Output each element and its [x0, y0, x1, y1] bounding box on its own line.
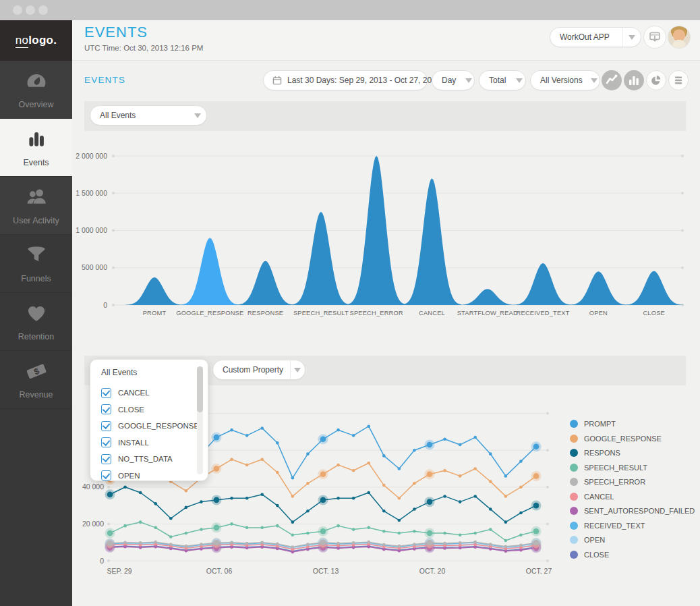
- data-point[interactable]: [398, 497, 401, 500]
- data-point[interactable]: [398, 467, 401, 470]
- data-point[interactable]: [214, 525, 220, 531]
- legend-item-close[interactable]: CLOSE: [570, 551, 695, 559]
- data-point[interactable]: [230, 541, 233, 544]
- event-curve-close[interactable]: [624, 271, 684, 305]
- data-point[interactable]: [276, 524, 279, 528]
- data-point[interactable]: [107, 541, 113, 547]
- data-point[interactable]: [320, 497, 326, 503]
- legend-item-open[interactable]: OPEN: [570, 536, 695, 544]
- checkbox-checked-icon[interactable]: [101, 388, 111, 398]
- data-point[interactable]: [154, 526, 157, 530]
- data-point[interactable]: [352, 497, 355, 500]
- data-point[interactable]: [214, 497, 220, 503]
- sidebar-item-events[interactable]: Events: [0, 119, 72, 177]
- legend-item-speech_error[interactable]: SPEECH_ERROR: [570, 478, 695, 486]
- data-point[interactable]: [443, 495, 446, 498]
- data-point[interactable]: [214, 466, 220, 472]
- data-point[interactable]: [123, 524, 127, 528]
- data-point[interactable]: [200, 500, 203, 503]
- data-point[interactable]: [260, 541, 264, 544]
- data-point[interactable]: [352, 528, 355, 531]
- pie-chart-view-button[interactable]: [646, 70, 666, 90]
- data-point[interactable]: [504, 520, 508, 524]
- checkbox-checked-icon[interactable]: [101, 470, 111, 480]
- data-point[interactable]: [139, 541, 142, 545]
- checkbox-checked-icon[interactable]: [101, 404, 111, 414]
- event-curve-received_text[interactable]: [513, 263, 573, 305]
- sidebar-item-user-activity[interactable]: User Activity: [0, 177, 72, 235]
- data-point[interactable]: [473, 541, 477, 544]
- data-point[interactable]: [459, 474, 462, 478]
- data-point[interactable]: [443, 469, 446, 472]
- data-point[interactable]: [413, 530, 416, 533]
- date-range-dropdown[interactable]: Last 30 Days: Sep 29, 2013 - Oct 27, 201…: [263, 70, 428, 90]
- data-point[interactable]: [185, 506, 188, 509]
- data-point[interactable]: [185, 489, 188, 493]
- data-point[interactable]: [382, 530, 386, 533]
- data-point[interactable]: [489, 507, 492, 511]
- data-point[interactable]: [398, 532, 401, 535]
- panel-scrollbar[interactable]: [197, 366, 203, 474]
- events-filter-dropdown[interactable]: All Events: [90, 105, 207, 126]
- data-point[interactable]: [413, 449, 416, 452]
- data-point[interactable]: [519, 543, 523, 547]
- sidebar-item-revenue[interactable]: $Revenue: [0, 351, 72, 409]
- data-point[interactable]: [352, 541, 355, 545]
- menu-view-button[interactable]: [668, 70, 689, 90]
- data-point[interactable]: [276, 504, 279, 507]
- data-point[interactable]: [427, 540, 433, 546]
- data-point[interactable]: [519, 512, 523, 515]
- data-point[interactable]: [367, 462, 370, 465]
- data-point[interactable]: [230, 497, 233, 500]
- data-point[interactable]: [230, 458, 233, 462]
- data-point[interactable]: [169, 543, 173, 546]
- data-point[interactable]: [367, 541, 370, 544]
- data-point[interactable]: [230, 522, 233, 526]
- data-point[interactable]: [214, 540, 220, 546]
- data-point[interactable]: [533, 473, 539, 479]
- event-option-close[interactable]: CLOSE: [101, 402, 198, 418]
- data-point[interactable]: [320, 528, 326, 534]
- window-control-dot[interactable]: [38, 5, 48, 15]
- data-point[interactable]: [459, 541, 462, 545]
- data-point[interactable]: [489, 452, 492, 456]
- bar-chart-view-button[interactable]: [624, 70, 644, 90]
- data-point[interactable]: [427, 499, 433, 505]
- data-point[interactable]: [107, 491, 113, 497]
- data-point[interactable]: [306, 509, 310, 513]
- data-point[interactable]: [337, 464, 340, 467]
- event-curve-cancel[interactable]: [403, 178, 462, 305]
- data-point[interactable]: [291, 520, 295, 524]
- data-point[interactable]: [306, 532, 310, 535]
- data-point[interactable]: [276, 441, 279, 445]
- checkbox-checked-icon[interactable]: [101, 421, 111, 431]
- data-point[interactable]: [185, 532, 188, 535]
- window-control-dot[interactable]: [26, 5, 35, 15]
- legend-item-cancel[interactable]: CANCEL: [570, 493, 695, 501]
- checkbox-checked-icon[interactable]: [101, 437, 111, 447]
- data-point[interactable]: [306, 482, 310, 485]
- sidebar-item-overview[interactable]: Overview: [0, 61, 72, 119]
- data-point[interactable]: [382, 509, 386, 513]
- legend-item-sent_autorespond_failed[interactable]: SENT_AUTORESPOND_FAILED: [570, 507, 695, 515]
- data-point[interactable]: [427, 442, 433, 448]
- data-point[interactable]: [427, 471, 433, 477]
- data-point[interactable]: [139, 520, 142, 524]
- data-point[interactable]: [200, 543, 203, 546]
- data-point[interactable]: [185, 545, 188, 548]
- data-point[interactable]: [230, 429, 233, 432]
- legend-item-received_text[interactable]: RECEIVED_TEXT: [570, 522, 695, 530]
- data-point[interactable]: [504, 545, 508, 548]
- data-point[interactable]: [154, 541, 157, 544]
- data-point[interactable]: [382, 454, 386, 458]
- export-button[interactable]: [643, 26, 666, 49]
- data-point[interactable]: [245, 497, 249, 500]
- window-control-dot[interactable]: [13, 5, 22, 15]
- data-point[interactable]: [260, 458, 264, 462]
- data-point[interactable]: [123, 541, 127, 544]
- data-point[interactable]: [245, 434, 249, 437]
- data-point[interactable]: [413, 482, 416, 485]
- data-point[interactable]: [367, 424, 370, 428]
- data-point[interactable]: [459, 500, 462, 503]
- data-point[interactable]: [260, 526, 264, 530]
